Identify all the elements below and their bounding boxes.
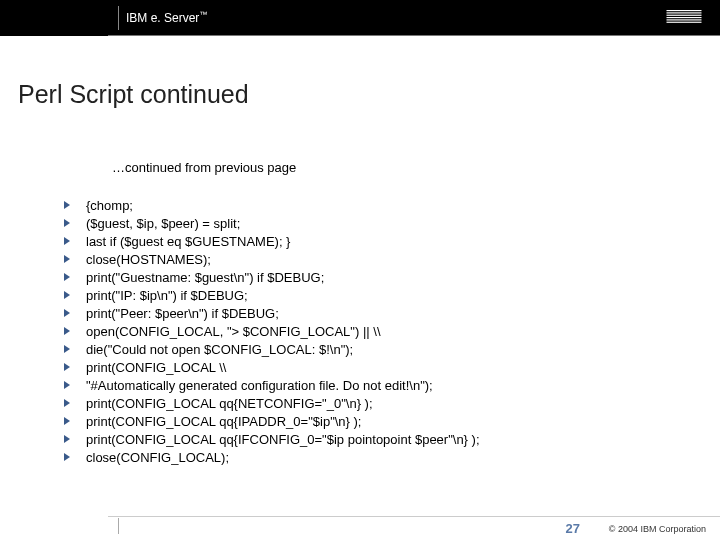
code-line: close(CONFIG_LOCAL); <box>86 450 229 465</box>
svg-rect-1 <box>667 12 702 13</box>
list-item: print("Peer: $peer\n") if $DEBUG; <box>64 305 480 323</box>
code-line: close(HOSTNAMES); <box>86 252 211 267</box>
bullet-icon <box>64 255 70 263</box>
list-item: last if ($guest eq $GUESTNAME); } <box>64 233 480 251</box>
svg-rect-3 <box>667 17 702 18</box>
bullet-icon <box>64 345 70 353</box>
trademark-symbol: ™ <box>199 10 207 19</box>
svg-rect-5 <box>667 22 702 23</box>
bullet-icon <box>64 399 70 407</box>
code-line: open(CONFIG_LOCAL, "> $CONFIG_LOCAL") ||… <box>86 324 381 339</box>
brand-text: IBM e. Server™ <box>126 10 207 25</box>
list-item: print(CONFIG_LOCAL qq{IPADDR_0="$ip"\n} … <box>64 413 480 431</box>
subtitle-text: …continued from previous page <box>112 160 296 175</box>
code-line: print("Guestname: $guest\n") if $DEBUG; <box>86 270 324 285</box>
bullet-icon <box>64 273 70 281</box>
list-item: close(CONFIG_LOCAL); <box>64 449 480 467</box>
svg-rect-4 <box>667 19 702 20</box>
code-line: print("Peer: $peer\n") if $DEBUG; <box>86 306 279 321</box>
bullet-icon <box>64 363 70 371</box>
list-item: die("Could not open $CONFIG_LOCAL: $!\n"… <box>64 341 480 359</box>
bullet-icon <box>64 309 70 317</box>
code-line: print("IP: $ip\n") if $DEBUG; <box>86 288 248 303</box>
bullet-icon <box>64 291 70 299</box>
code-line: ($guest, $ip, $peer) = split; <box>86 216 240 231</box>
list-item: open(CONFIG_LOCAL, "> $CONFIG_LOCAL") ||… <box>64 323 480 341</box>
list-item: ($guest, $ip, $peer) = split; <box>64 215 480 233</box>
slide-footer: 27 © 2004 IBM Corporation <box>0 516 720 540</box>
bullet-icon <box>64 201 70 209</box>
code-list: {chomp; ($guest, $ip, $peer) = split; la… <box>64 197 480 467</box>
ibm-logo <box>666 10 702 27</box>
list-item: print("IP: $ip\n") if $DEBUG; <box>64 287 480 305</box>
slide-number: 27 <box>566 521 580 536</box>
svg-rect-0 <box>667 10 702 11</box>
footer-rule <box>108 516 720 517</box>
code-line: print(CONFIG_LOCAL \\ <box>86 360 226 375</box>
bullet-icon <box>64 381 70 389</box>
list-item: "#Automatically generated configuration … <box>64 377 480 395</box>
brand-label: IBM e. Server <box>126 11 199 25</box>
page-title: Perl Script continued <box>18 80 249 109</box>
bullet-icon <box>64 237 70 245</box>
list-item: print(CONFIG_LOCAL \\ <box>64 359 480 377</box>
header-divider <box>118 6 119 30</box>
svg-rect-2 <box>667 15 702 16</box>
code-line: die("Could not open $CONFIG_LOCAL: $!\n"… <box>86 342 353 357</box>
list-item: close(HOSTNAMES); <box>64 251 480 269</box>
header-rule <box>108 35 720 36</box>
copyright-text: © 2004 IBM Corporation <box>609 524 706 534</box>
list-item: print(CONFIG_LOCAL qq{NETCONFIG="_0"\n} … <box>64 395 480 413</box>
bullet-icon <box>64 417 70 425</box>
list-item: print(CONFIG_LOCAL qq{IFCONFIG_0="$ip po… <box>64 431 480 449</box>
bullet-icon <box>64 327 70 335</box>
slide-header: IBM e. Server™ <box>0 0 720 36</box>
code-line: print(CONFIG_LOCAL qq{NETCONFIG="_0"\n} … <box>86 396 373 411</box>
footer-divider <box>118 518 119 534</box>
bullet-icon <box>64 219 70 227</box>
list-item: {chomp; <box>64 197 480 215</box>
bullet-icon <box>64 435 70 443</box>
code-line: print(CONFIG_LOCAL qq{IPADDR_0="$ip"\n} … <box>86 414 361 429</box>
code-line: {chomp; <box>86 198 133 213</box>
ibm-logo-icon <box>666 10 702 24</box>
code-line: print(CONFIG_LOCAL qq{IFCONFIG_0="$ip po… <box>86 432 480 447</box>
code-line: last if ($guest eq $GUESTNAME); } <box>86 234 290 249</box>
list-item: print("Guestname: $guest\n") if $DEBUG; <box>64 269 480 287</box>
bullet-icon <box>64 453 70 461</box>
code-line: "#Automatically generated configuration … <box>86 378 433 393</box>
